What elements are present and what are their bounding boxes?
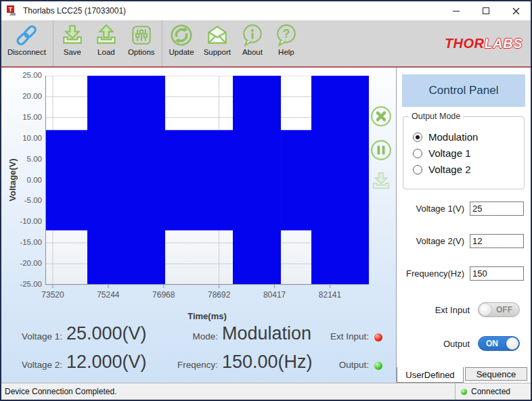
support-button[interactable]: Support: [199, 20, 236, 66]
radio-voltage2[interactable]: Voltage 2: [413, 164, 518, 175]
disconnect-icon: [14, 23, 39, 47]
tab-sequence[interactable]: Sequence: [465, 367, 527, 381]
toolbar-separator: [53, 20, 53, 66]
svg-text:?: ?: [282, 27, 290, 41]
frequency-readout-value: 150.00(Hz): [222, 352, 329, 373]
y-tick-label: -20.00: [14, 259, 42, 267]
x-tick-label: 78692: [208, 290, 230, 300]
pause-button[interactable]: [370, 139, 392, 161]
close-button[interactable]: [501, 1, 531, 20]
x-tick-label: 76968: [152, 290, 175, 300]
control-panel: Control Panel Output Mode Modulation Vol…: [396, 68, 531, 383]
save-data-button[interactable]: [370, 170, 392, 192]
radio-label: Modulation: [428, 131, 478, 143]
maximize-button[interactable]: [471, 1, 501, 20]
app-window: T Thorlabs LCC25 (17033001) Disconnect: [0, 0, 532, 401]
toolbar: Disconnect Save Load: [1, 20, 531, 68]
status-bar: Device Connection Completed. Connected: [1, 383, 531, 400]
output-readout-label: Output:: [329, 360, 369, 370]
y-tick-label: -5.00: [14, 196, 42, 204]
toggle-knob: [506, 337, 518, 350]
options-button[interactable]: Options: [123, 20, 160, 66]
ext-input-toggle-row: Ext Input OFF: [397, 302, 531, 317]
x-tick-label: 82141: [319, 290, 341, 300]
toolbar-separator: [162, 20, 162, 66]
update-button[interactable]: Update: [164, 20, 199, 66]
help-button[interactable]: ? Help: [269, 20, 303, 66]
x-tick-label: 80417: [263, 290, 286, 300]
output-mode-legend: Output Mode: [409, 112, 463, 121]
y-tick-label: 15.00: [14, 113, 42, 121]
x-tick-label: 73520: [41, 290, 64, 300]
output-toggle-label: Output: [397, 339, 470, 349]
logo-labs: LABS: [485, 36, 523, 51]
voltage2-field-label: Voltage 2(V): [397, 236, 464, 246]
y-tick-label: -15.00: [14, 238, 42, 246]
toolbar-label: Disconnect: [7, 48, 46, 56]
voltage1-readout-value: 25.000(V): [66, 323, 169, 344]
connection-led: [461, 389, 467, 395]
radio-modulation[interactable]: Modulation: [413, 131, 518, 143]
mode-readout-label: Mode:: [169, 331, 218, 341]
toggle-knob: [479, 304, 491, 316]
plot-action-buttons: [368, 105, 395, 192]
main-area: Voltage(V) Time(ms) 25.0020.0015.0010.00…: [1, 68, 531, 383]
readout-row: Voltage 1: 25.000(V) Mode: Modulation Ex…: [1, 323, 396, 352]
mode-readout-value: Modulation: [222, 323, 329, 344]
window-title: Thorlabs LCC25 (17033001): [23, 6, 441, 16]
y-tick-label: 0.00: [14, 176, 42, 184]
radio-indicator: [413, 149, 422, 158]
minimize-button[interactable]: [441, 1, 471, 20]
y-tick-label: 25.00: [14, 71, 42, 79]
toolbar-label: Options: [128, 48, 155, 56]
y-tick-label: -25.00: [14, 280, 42, 288]
output-toggle[interactable]: ON: [478, 336, 520, 351]
toggle-state-text: ON: [486, 339, 498, 348]
voltage2-field-row: Voltage 2(V): [397, 234, 531, 248]
load-button[interactable]: Load: [89, 20, 123, 66]
radio-indicator: [413, 133, 422, 142]
load-icon: [94, 23, 118, 47]
voltage1-field-label: Voltage 1(V): [397, 204, 464, 214]
connection-label: Connected: [471, 387, 510, 396]
disconnect-button[interactable]: Disconnect: [3, 20, 51, 66]
stop-button[interactable]: [370, 105, 392, 127]
y-tick-label: 5.00: [14, 155, 42, 163]
control-panel-title: Control Panel: [402, 74, 525, 107]
chart-area: Voltage(V) Time(ms) 25.0020.0015.0010.00…: [1, 68, 396, 318]
frequency-field-label: Frequency(Hz): [397, 268, 464, 279]
ext-input-readout-label: Ext Input:: [329, 331, 369, 341]
help-icon: ?: [274, 23, 298, 47]
about-icon: [240, 23, 265, 47]
y-tick-label: -10.00: [14, 217, 42, 225]
waveform-plot: [45, 76, 369, 289]
output-mode-groupbox: Output Mode Modulation Voltage 1 Voltage…: [403, 116, 525, 189]
save-icon: [60, 23, 85, 47]
radio-indicator: [413, 165, 422, 174]
title-bar: T Thorlabs LCC25 (17033001): [1, 1, 531, 20]
status-message: Device Connection Completed.: [1, 387, 455, 396]
svg-text:T: T: [9, 6, 13, 13]
app-icon: T: [6, 5, 18, 17]
ext-input-toggle-label: Ext Input: [397, 305, 470, 315]
ext-input-toggle[interactable]: OFF: [478, 302, 520, 317]
options-icon: [129, 23, 154, 47]
thorlabs-logo: THORLABS: [445, 36, 523, 51]
voltage1-input[interactable]: [470, 202, 524, 216]
readout-panel: Voltage 1: 25.000(V) Mode: Modulation Ex…: [1, 318, 396, 383]
radio-label: Voltage 2: [428, 164, 471, 175]
radio-voltage1[interactable]: Voltage 1: [413, 147, 518, 159]
voltage2-input[interactable]: [470, 234, 524, 248]
frequency-input[interactable]: [470, 266, 524, 281]
radio-label: Voltage 1: [428, 147, 471, 159]
save-button[interactable]: Save: [56, 20, 89, 66]
left-panel: Voltage(V) Time(ms) 25.0020.0015.0010.00…: [1, 68, 396, 383]
logo-thor: THOR: [445, 36, 485, 51]
frequency-readout-label: Freqency:: [169, 360, 218, 370]
y-tick-label: 20.00: [14, 92, 42, 100]
about-button[interactable]: About: [236, 20, 269, 66]
readout-row: Voltage 2: 12.000(V) Freqency: 150.00(Hz…: [1, 352, 396, 380]
tab-userdefined[interactable]: UserDefined: [397, 367, 464, 383]
y-tick-label: 10.00: [14, 134, 42, 142]
connection-status: Connected: [455, 383, 531, 400]
